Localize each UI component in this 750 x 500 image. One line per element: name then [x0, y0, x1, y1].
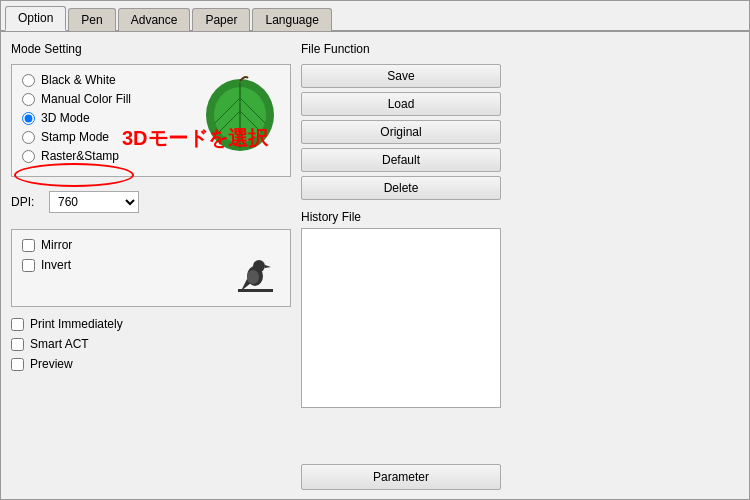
- checkbox-row-smart-act: Smart ACT: [11, 337, 291, 351]
- mirror-invert-col: Mirror Invert: [22, 238, 220, 298]
- label-invert[interactable]: Invert: [41, 258, 71, 272]
- tab-advance[interactable]: Advance: [118, 8, 191, 31]
- bird-svg: [233, 241, 278, 296]
- checkbox-preview[interactable]: [11, 358, 24, 371]
- label-mirror[interactable]: Mirror: [41, 238, 72, 252]
- highlight-circle: [14, 163, 134, 187]
- tab-language[interactable]: Language: [252, 8, 331, 31]
- radio-row-black-white: Black & White: [22, 73, 190, 87]
- default-button[interactable]: Default: [301, 148, 501, 172]
- bottom-checkboxes: Print Immediately Smart ACT Preview: [11, 317, 291, 371]
- watermelon-image: [200, 73, 280, 158]
- history-label: History File: [301, 210, 739, 224]
- options-group: Mirror Invert: [11, 229, 291, 307]
- dpi-select[interactable]: 760 500 300 200: [49, 191, 139, 213]
- radio-row-3d-mode: 3D Mode: [22, 111, 190, 125]
- original-button[interactable]: Original: [301, 120, 501, 144]
- file-function-label: File Function: [301, 42, 739, 56]
- radio-3d-mode[interactable]: [22, 112, 35, 125]
- radio-manual-color[interactable]: [22, 93, 35, 106]
- load-button[interactable]: Load: [301, 92, 501, 116]
- label-smart-act[interactable]: Smart ACT: [30, 337, 89, 351]
- main-window: Option Pen Advance Paper Language Mode S…: [0, 0, 750, 500]
- tab-bar: Option Pen Advance Paper Language: [1, 1, 749, 32]
- radio-black-white[interactable]: [22, 74, 35, 87]
- svg-marker-10: [265, 265, 271, 268]
- label-stamp-mode[interactable]: Stamp Mode: [41, 130, 109, 144]
- bird-image: [230, 238, 280, 298]
- checkbox-invert[interactable]: [22, 259, 35, 272]
- radio-stamp-mode[interactable]: [22, 131, 35, 144]
- history-box: [301, 228, 501, 408]
- svg-point-9: [253, 260, 265, 272]
- checkbox-row-mirror: Mirror: [22, 238, 220, 252]
- label-preview[interactable]: Preview: [30, 357, 73, 371]
- checkbox-smart-act[interactable]: [11, 338, 24, 351]
- tab-paper[interactable]: Paper: [192, 8, 250, 31]
- label-manual-color[interactable]: Manual Color Fill: [41, 92, 131, 106]
- label-raster-stamp[interactable]: Raster&Stamp: [41, 149, 119, 163]
- svg-point-12: [247, 270, 259, 284]
- radio-raster-stamp[interactable]: [22, 150, 35, 163]
- mode-setting-inner: Black & White Manual Color Fill 3D Mode: [22, 73, 280, 168]
- left-panel: Mode Setting Black & White Manual Color …: [11, 42, 301, 490]
- checkbox-row-invert: Invert: [22, 258, 220, 272]
- radio-row-stamp-mode: Stamp Mode: [22, 130, 190, 144]
- dpi-row: DPI: 760 500 300 200: [11, 187, 291, 217]
- dpi-label: DPI:: [11, 195, 41, 209]
- label-black-white[interactable]: Black & White: [41, 73, 116, 87]
- delete-button[interactable]: Delete: [301, 176, 501, 200]
- tab-option[interactable]: Option: [5, 6, 66, 31]
- save-button[interactable]: Save: [301, 64, 501, 88]
- mode-setting-label: Mode Setting: [11, 42, 291, 56]
- label-3d-mode[interactable]: 3D Mode: [41, 111, 90, 125]
- checkbox-row-preview: Preview: [11, 357, 291, 371]
- content-area: Mode Setting Black & White Manual Color …: [1, 32, 749, 500]
- checkbox-row-print-immediately: Print Immediately: [11, 317, 291, 331]
- checkbox-mirror[interactable]: [22, 239, 35, 252]
- file-buttons: Save Load Original Default Delete: [301, 64, 739, 200]
- watermelon-svg: [200, 73, 280, 158]
- radio-options: Black & White Manual Color Fill 3D Mode: [22, 73, 190, 168]
- mode-setting-group: Black & White Manual Color Fill 3D Mode: [11, 64, 291, 177]
- radio-row-raster-stamp: Raster&Stamp: [22, 149, 190, 163]
- radio-row-manual-color: Manual Color Fill: [22, 92, 190, 106]
- svg-rect-7: [238, 289, 273, 292]
- checkbox-print-immediately[interactable]: [11, 318, 24, 331]
- tab-pen[interactable]: Pen: [68, 8, 115, 31]
- label-print-immediately[interactable]: Print Immediately: [30, 317, 123, 331]
- right-panel: File Function Save Load Original Default…: [301, 42, 739, 490]
- parameter-button[interactable]: Parameter: [301, 464, 501, 490]
